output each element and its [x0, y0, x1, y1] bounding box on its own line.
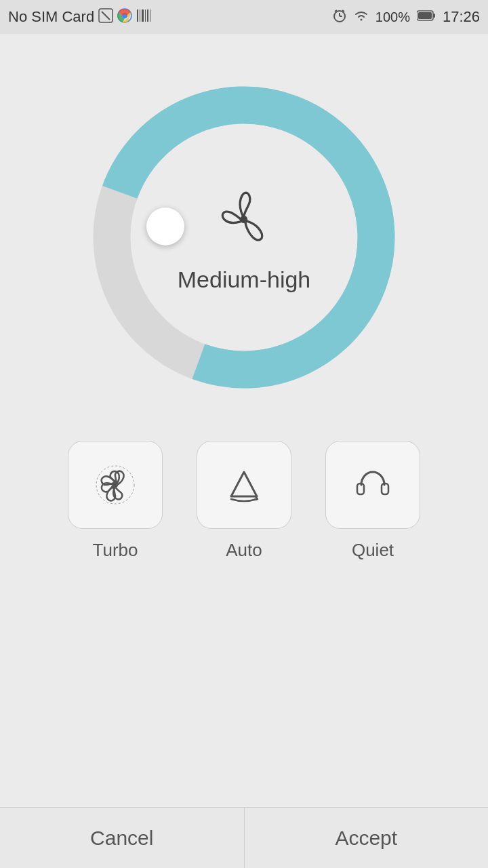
- speed-dial[interactable]: Medium-high: [81, 75, 407, 400]
- mode-buttons: Turbo Auto: [68, 441, 420, 561]
- battery-text: 100%: [375, 9, 410, 25]
- svg-rect-9: [150, 9, 150, 22]
- svg-point-22: [241, 216, 248, 223]
- quiet-mode-button[interactable]: Quiet: [325, 441, 420, 561]
- main-content: Medium-high Turbo: [0, 34, 488, 807]
- auto-mode-button[interactable]: Auto: [197, 441, 291, 561]
- svg-point-23: [113, 482, 118, 488]
- chrome-icon: [117, 8, 132, 26]
- svg-rect-5: [140, 9, 140, 22]
- barcode-icon: [136, 8, 151, 26]
- status-bar: No SIM Card: [0, 0, 488, 34]
- quiet-icon: [350, 462, 395, 507]
- svg-rect-7: [145, 9, 146, 22]
- no-sim-text: No SIM Card: [8, 8, 94, 26]
- speed-label: Medium-high: [178, 267, 311, 293]
- dial-center: Medium-high: [178, 182, 311, 293]
- wifi-icon: [354, 8, 369, 26]
- svg-rect-17: [433, 14, 435, 18]
- auto-icon: [222, 462, 266, 507]
- turbo-btn-box: [68, 441, 163, 529]
- auto-label: Auto: [226, 540, 262, 561]
- turbo-icon: [93, 462, 138, 507]
- bottom-bar: Cancel Accept: [0, 807, 488, 868]
- quiet-btn-box: [325, 441, 420, 529]
- alarm-icon: [332, 8, 347, 26]
- accept-button[interactable]: Accept: [245, 808, 489, 868]
- turbo-mode-button[interactable]: Turbo: [68, 441, 163, 561]
- status-time: 17:26: [443, 8, 480, 26]
- auto-btn-box: [197, 441, 291, 529]
- fan-icon: [207, 182, 281, 257]
- turbo-label: Turbo: [93, 540, 138, 561]
- svg-rect-4: [137, 9, 138, 22]
- status-right-icons: 100% 17:26: [332, 8, 480, 26]
- svg-line-1: [102, 12, 110, 20]
- no-signal-icon: [98, 8, 113, 26]
- svg-rect-6: [142, 9, 144, 22]
- svg-rect-8: [147, 9, 148, 22]
- cancel-button[interactable]: Cancel: [0, 808, 245, 868]
- battery-icon: [417, 9, 436, 24]
- svg-rect-16: [418, 12, 432, 19]
- quiet-label: Quiet: [352, 540, 394, 561]
